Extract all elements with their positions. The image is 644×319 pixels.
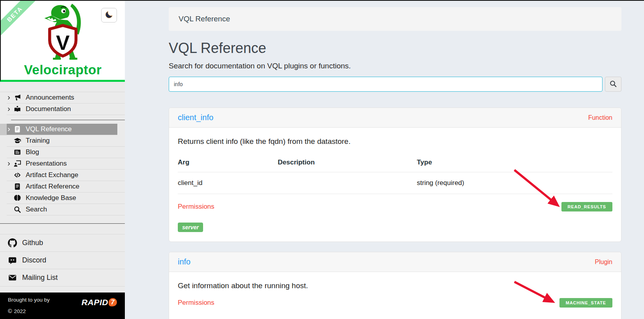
sidebar-item-knowledge-base[interactable]: Knowledge Base <box>7 193 125 204</box>
brand-wordmark: Velociraptor <box>1 62 125 77</box>
link-label: Mailing List <box>22 274 58 282</box>
brain-icon <box>13 194 21 202</box>
main-content: VQL Reference VQL Reference Search for d… <box>125 1 644 319</box>
card-header: client_info Function <box>169 108 621 128</box>
column-header-type: Type <box>417 156 612 172</box>
sidebar-item-github[interactable]: Github <box>0 234 125 252</box>
brand-area: BETA V Veloc <box>0 1 125 82</box>
sidebar-item-discord[interactable]: Discord <box>0 252 125 269</box>
rapid7-logo: RAPID 7 <box>81 298 117 306</box>
nav-divider <box>0 223 125 224</box>
journal-icon <box>13 183 21 191</box>
description-cell <box>278 172 417 194</box>
sidebar-item-label: Documentation <box>26 105 71 113</box>
sidebar-external-links: Github Discord Mailing List <box>0 234 125 287</box>
journal-icon <box>13 125 21 133</box>
function-description: Returns client info (like the fqdn) from… <box>178 137 612 146</box>
presentation-icon <box>13 160 21 168</box>
app-window: BETA V Veloc <box>0 0 644 319</box>
permission-badge-machine-state: MACHINE_STATE <box>559 298 612 308</box>
result-card-client-info: client_info Function Returns client info… <box>169 108 621 242</box>
table-row: client_id string (required) <box>178 172 612 194</box>
permissions-row: Permissions READ_RESULTS <box>178 202 612 211</box>
permission-badge-read-results: READ_RESULTS <box>561 202 612 211</box>
rapid7-seven: 7 <box>109 298 117 306</box>
reader-icon <box>13 105 21 113</box>
sidebar-item-search[interactable]: Search <box>7 204 125 215</box>
moon-icon <box>105 10 113 20</box>
envelope-icon <box>8 273 17 282</box>
sidebar: BETA V Veloc <box>0 1 125 319</box>
sidebar-item-vql-reference[interactable]: VQL Reference <box>7 124 117 135</box>
breadcrumb-bar: VQL Reference <box>169 7 621 31</box>
column-header-arg: Arg <box>178 156 278 172</box>
link-label: Discord <box>22 256 46 264</box>
sidebar-item-documentation[interactable]: Documentation <box>7 104 125 115</box>
graduation-cap-icon <box>13 137 21 145</box>
page-subtitle: Search for documentation on VQL plugins … <box>169 62 621 70</box>
sidebar-item-label: Blog <box>26 148 39 156</box>
link-label: Github <box>22 239 43 247</box>
page-title: VQL Reference <box>169 40 621 57</box>
breadcrumb: VQL Reference <box>179 15 230 23</box>
sidebar-item-training[interactable]: Training <box>7 135 125 147</box>
github-icon <box>8 238 17 247</box>
column-header-description: Description <box>278 156 417 172</box>
vql-search-input[interactable] <box>169 77 603 92</box>
svg-text:V: V <box>56 31 70 54</box>
permissions-label: Permissions <box>178 299 215 307</box>
rapid7-word: RAPID <box>81 298 108 306</box>
sidebar-item-announcements[interactable]: Announcements <box>7 92 125 104</box>
sidebar-item-label: Announcements <box>26 94 74 102</box>
plugin-description: Get information about the running host. <box>178 281 612 290</box>
plugin-link-info[interactable]: info <box>178 257 190 266</box>
tag-row: server <box>178 223 612 232</box>
sidebar-item-label: Search <box>26 206 47 213</box>
sidebar-item-label: Training <box>26 137 50 145</box>
chevron-right-icon <box>7 95 13 100</box>
arg-cell: client_id <box>178 172 278 194</box>
sidebar-item-label: Artifact Reference <box>26 183 79 191</box>
result-card-info: info Plugin Get information about the ru… <box>169 252 621 319</box>
brought-to-you-by-text: Brought to you by <box>8 297 50 303</box>
type-cell: string (required) <box>417 172 612 194</box>
copyright-icon: © <box>8 308 12 314</box>
newspaper-icon <box>13 148 21 156</box>
args-table: Arg Description Type client_id string (r… <box>178 156 612 194</box>
code-icon <box>13 171 21 179</box>
sidebar-nav: Announcements Documentation VQL Referenc… <box>0 92 125 215</box>
sidebar-item-mailing-list[interactable]: Mailing List <box>0 269 125 287</box>
sidebar-item-artifact-reference[interactable]: Artifact Reference <box>7 181 125 193</box>
card-header: info Plugin <box>169 252 621 272</box>
sidebar-item-label: Knowledge Base <box>26 194 76 202</box>
search-icon <box>13 206 21 213</box>
search-icon <box>609 80 617 89</box>
copyright-line: © 2022 <box>8 308 117 314</box>
megaphone-icon <box>13 94 21 102</box>
search-bar <box>169 77 621 92</box>
card-body: Get information about the running host. … <box>169 272 621 319</box>
sidebar-item-blog[interactable]: Blog <box>7 147 125 158</box>
card-body: Returns client info (like the fqdn) from… <box>169 128 621 242</box>
chevron-right-icon <box>7 127 13 132</box>
chevron-right-icon <box>7 107 13 111</box>
sidebar-item-label: Artifact Exchange <box>26 171 78 179</box>
discord-icon <box>8 256 17 265</box>
search-button[interactable] <box>605 77 621 92</box>
sidebar-item-label: VQL Reference <box>26 125 72 133</box>
sidebar-footer: Brought to you by RAPID 7 © 2022 <box>0 293 125 319</box>
copyright-year: 2022 <box>14 308 26 314</box>
chevron-right-icon <box>7 161 13 166</box>
sidebar-item-label: Presentations <box>26 160 67 168</box>
nav-divider <box>11 120 125 120</box>
dark-mode-toggle[interactable] <box>101 8 117 23</box>
sidebar-item-artifact-exchange[interactable]: Artifact Exchange <box>7 170 125 181</box>
velociraptor-logo-icon: V <box>28 2 98 62</box>
function-link-client-info[interactable]: client_info <box>178 113 213 122</box>
server-tag: server <box>178 223 203 232</box>
card-kind-badge: Function <box>588 114 612 121</box>
card-kind-badge: Plugin <box>595 259 612 266</box>
permissions-row: Permissions MACHINE_STATE <box>178 298 612 308</box>
permissions-label: Permissions <box>178 203 215 211</box>
sidebar-item-presentations[interactable]: Presentations <box>7 158 125 170</box>
